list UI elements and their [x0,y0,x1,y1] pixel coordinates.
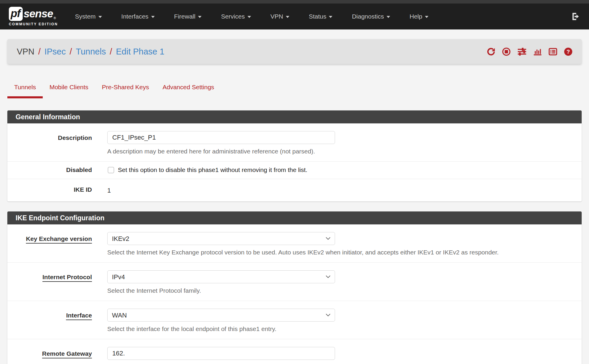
top-navbar: pf sense ® COMMUNITY EDITION System Inte… [0,4,589,29]
restart-service-icon[interactable] [486,47,496,56]
interface-select[interactable]: WAN [107,309,335,322]
breadcrumb-ipsec-link[interactable]: IPsec [44,47,66,57]
description-row: Description A description may be entered… [7,123,582,162]
related-settings-icon[interactable] [517,47,527,56]
nav-item-services[interactable]: Services [221,13,251,20]
sign-out-icon[interactable] [571,12,580,21]
tab-tunnels[interactable]: Tunnels [7,80,43,98]
breadcrumb-separator: / [70,47,72,57]
disabled-checkbox-line: Set this option to disable this phase1 w… [107,166,570,173]
remote-gateway-label-text: Remote Gateway [42,350,92,358]
ike-id-label: IKE ID [7,186,107,194]
breadcrumb-bar: VPN / IPsec / Tunnels / Edit Phase 1 [7,39,582,64]
pfsense-logo[interactable]: pf sense ® COMMUNITY EDITION [9,7,58,26]
ike-endpoint-panel: IKE Endpoint Configuration Key Exchange … [7,211,582,364]
breadcrumb-separator: / [110,47,112,57]
nav-item-diagnostics[interactable]: Diagnostics [352,13,390,20]
disabled-row: Disabled Set this option to disable this… [7,162,582,179]
internet-protocol-control: IPv4 Select the Internet Protocol family… [107,270,582,294]
key-exchange-control: IKEv2 Select the Internet Key Exchange p… [107,232,582,256]
description-help: A description may be entered here for ad… [107,148,570,155]
breadcrumb-edit-phase1-link[interactable]: Edit Phase 1 [116,47,164,57]
nav-item-help[interactable]: Help [410,13,428,20]
chevron-down-icon [425,16,428,18]
chevron-down-icon [198,16,202,18]
nav-item-system[interactable]: System [75,13,102,20]
nav-item-interfaces[interactable]: Interfaces [121,13,155,20]
breadcrumb-separator: / [38,47,41,57]
pfsense-logo-edition: COMMUNITY EDITION [9,22,58,26]
nav-item-firewall[interactable]: Firewall [174,13,202,20]
interface-label-text: Interface [66,312,92,320]
nav-item-label: Status [309,13,326,20]
status-chart-icon[interactable] [533,47,542,56]
key-exchange-select[interactable]: IKEv2 [107,232,335,245]
svg-text:?: ? [567,48,570,54]
page-content: VPN / IPsec / Tunnels / Edit Phase 1 [7,39,582,364]
nav-menu: System Interfaces Firewall Services VPN … [75,13,429,20]
key-exchange-row: Key Exchange version IKEv2 Select the In… [7,224,582,263]
nav-item-label: Services [221,13,245,20]
remote-gateway-label: Remote Gateway [7,347,107,364]
ike-id-row: IKE ID 1 [7,179,582,201]
internet-protocol-label-text: Internet Protocol [42,274,92,282]
pfsense-logo-pf: pf [9,7,23,21]
chevron-down-icon [248,16,251,18]
nav-item-vpn[interactable]: VPN [270,13,289,20]
remote-gateway-row: Remote Gateway Enter the public IP addre… [7,339,582,364]
help-icon[interactable]: ? [564,47,573,56]
top-strip [0,0,589,4]
panel-title: General Information [7,110,582,123]
nav-item-status[interactable]: Status [309,13,333,20]
nav-item-label: VPN [270,13,283,20]
description-input[interactable] [107,131,335,144]
key-exchange-label-text: Key Exchange version [26,235,92,244]
page-action-icons: ? [486,47,573,56]
registered-mark: ® [54,16,56,20]
tab-mobile-clients[interactable]: Mobile Clients [43,80,95,98]
panel-title: IKE Endpoint Configuration [7,211,582,224]
nav-item-label: Firewall [174,13,195,20]
disabled-control: Set this option to disable this phase1 w… [107,166,582,173]
key-exchange-help: Select the Internet Key Exchange protoco… [107,249,570,256]
interface-label: Interface [7,309,107,332]
internet-protocol-select[interactable]: IPv4 [107,270,335,283]
breadcrumb-tunnels-link[interactable]: Tunnels [76,47,106,57]
breadcrumb-vpn: VPN [17,47,34,57]
sub-tabs: Tunnels Mobile Clients Pre-Shared Keys A… [7,80,582,98]
chevron-down-icon [329,16,332,18]
ike-id-control: 1 [107,186,582,194]
disabled-checkbox-label: Set this option to disable this phase1 w… [118,166,307,173]
chevron-down-icon [98,16,102,18]
interface-help: Select the interface for the local endpo… [107,325,570,332]
description-control: A description may be entered here for ad… [107,131,582,155]
internet-protocol-help: Select the Internet Protocol family. [107,287,570,294]
chevron-down-icon [151,16,155,18]
description-label: Description [7,131,107,155]
internet-protocol-label: Internet Protocol [7,270,107,294]
tab-pre-shared-keys[interactable]: Pre-Shared Keys [95,80,156,98]
pfsense-logo-sense: sense [24,8,53,20]
disabled-checkbox[interactable] [108,167,114,173]
log-list-icon[interactable] [548,47,557,56]
nav-item-label: Interfaces [121,13,149,20]
stop-service-icon[interactable] [502,47,511,56]
internet-protocol-row: Internet Protocol IPv4 Select the Intern… [7,263,582,301]
breadcrumb: VPN / IPsec / Tunnels / Edit Phase 1 [17,47,164,57]
interface-row: Interface WAN Select the interface for t… [7,301,582,339]
nav-item-label: System [75,13,96,20]
disabled-label: Disabled [7,166,107,173]
general-information-panel: General Information Description A descri… [7,110,582,201]
key-exchange-label: Key Exchange version [7,232,107,256]
remote-gateway-control: Enter the public IP address or host name… [107,347,582,364]
interface-control: WAN Select the interface for the local e… [107,309,582,332]
nav-item-label: Help [410,13,422,20]
nav-item-label: Diagnostics [352,13,384,20]
chevron-down-icon [387,16,390,18]
tab-advanced-settings[interactable]: Advanced Settings [156,80,221,98]
remote-gateway-input[interactable] [107,347,335,360]
ike-id-value: 1 [107,186,570,194]
pfsense-logo-main: pf sense ® [9,7,58,21]
chevron-down-icon [286,16,289,18]
